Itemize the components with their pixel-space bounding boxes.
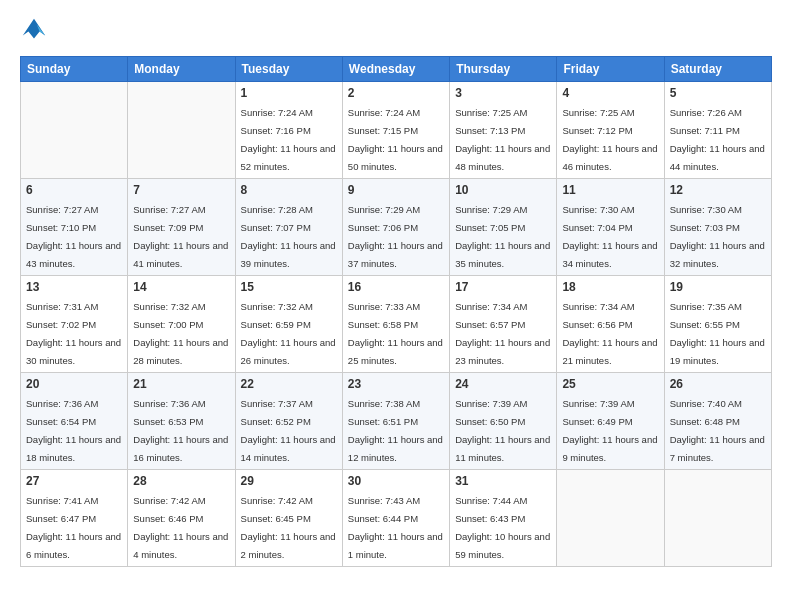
day-info: Sunrise: 7:42 AM Sunset: 6:45 PM Dayligh… bbox=[241, 495, 336, 560]
weekday-header: Sunday bbox=[21, 57, 128, 82]
day-info: Sunrise: 7:36 AM Sunset: 6:54 PM Dayligh… bbox=[26, 398, 121, 463]
calendar: SundayMondayTuesdayWednesdayThursdayFrid… bbox=[20, 56, 772, 567]
calendar-cell: 1Sunrise: 7:24 AM Sunset: 7:16 PM Daylig… bbox=[235, 82, 342, 179]
day-number: 2 bbox=[348, 86, 444, 100]
day-info: Sunrise: 7:38 AM Sunset: 6:51 PM Dayligh… bbox=[348, 398, 443, 463]
day-info: Sunrise: 7:43 AM Sunset: 6:44 PM Dayligh… bbox=[348, 495, 443, 560]
calendar-week-row: 20Sunrise: 7:36 AM Sunset: 6:54 PM Dayli… bbox=[21, 373, 772, 470]
calendar-cell: 26Sunrise: 7:40 AM Sunset: 6:48 PM Dayli… bbox=[664, 373, 771, 470]
day-info: Sunrise: 7:27 AM Sunset: 7:09 PM Dayligh… bbox=[133, 204, 228, 269]
day-number: 23 bbox=[348, 377, 444, 391]
calendar-cell bbox=[21, 82, 128, 179]
calendar-week-row: 13Sunrise: 7:31 AM Sunset: 7:02 PM Dayli… bbox=[21, 276, 772, 373]
day-number: 25 bbox=[562, 377, 658, 391]
calendar-cell: 28Sunrise: 7:42 AM Sunset: 6:46 PM Dayli… bbox=[128, 470, 235, 567]
day-number: 11 bbox=[562, 183, 658, 197]
day-number: 7 bbox=[133, 183, 229, 197]
calendar-week-row: 6Sunrise: 7:27 AM Sunset: 7:10 PM Daylig… bbox=[21, 179, 772, 276]
day-number: 3 bbox=[455, 86, 551, 100]
day-number: 6 bbox=[26, 183, 122, 197]
day-number: 27 bbox=[26, 474, 122, 488]
day-info: Sunrise: 7:40 AM Sunset: 6:48 PM Dayligh… bbox=[670, 398, 765, 463]
calendar-cell: 22Sunrise: 7:37 AM Sunset: 6:52 PM Dayli… bbox=[235, 373, 342, 470]
calendar-cell: 6Sunrise: 7:27 AM Sunset: 7:10 PM Daylig… bbox=[21, 179, 128, 276]
calendar-week-row: 27Sunrise: 7:41 AM Sunset: 6:47 PM Dayli… bbox=[21, 470, 772, 567]
day-info: Sunrise: 7:24 AM Sunset: 7:16 PM Dayligh… bbox=[241, 107, 336, 172]
calendar-cell: 27Sunrise: 7:41 AM Sunset: 6:47 PM Dayli… bbox=[21, 470, 128, 567]
day-info: Sunrise: 7:34 AM Sunset: 6:57 PM Dayligh… bbox=[455, 301, 550, 366]
day-info: Sunrise: 7:28 AM Sunset: 7:07 PM Dayligh… bbox=[241, 204, 336, 269]
day-info: Sunrise: 7:24 AM Sunset: 7:15 PM Dayligh… bbox=[348, 107, 443, 172]
calendar-cell: 24Sunrise: 7:39 AM Sunset: 6:50 PM Dayli… bbox=[450, 373, 557, 470]
day-info: Sunrise: 7:33 AM Sunset: 6:58 PM Dayligh… bbox=[348, 301, 443, 366]
weekday-header: Wednesday bbox=[342, 57, 449, 82]
weekday-header: Tuesday bbox=[235, 57, 342, 82]
calendar-cell bbox=[128, 82, 235, 179]
calendar-cell: 19Sunrise: 7:35 AM Sunset: 6:55 PM Dayli… bbox=[664, 276, 771, 373]
calendar-cell: 8Sunrise: 7:28 AM Sunset: 7:07 PM Daylig… bbox=[235, 179, 342, 276]
day-number: 12 bbox=[670, 183, 766, 197]
calendar-cell: 2Sunrise: 7:24 AM Sunset: 7:15 PM Daylig… bbox=[342, 82, 449, 179]
day-info: Sunrise: 7:29 AM Sunset: 7:05 PM Dayligh… bbox=[455, 204, 550, 269]
header bbox=[20, 16, 772, 44]
day-number: 10 bbox=[455, 183, 551, 197]
calendar-cell: 15Sunrise: 7:32 AM Sunset: 6:59 PM Dayli… bbox=[235, 276, 342, 373]
day-info: Sunrise: 7:36 AM Sunset: 6:53 PM Dayligh… bbox=[133, 398, 228, 463]
logo bbox=[20, 16, 52, 44]
day-info: Sunrise: 7:25 AM Sunset: 7:12 PM Dayligh… bbox=[562, 107, 657, 172]
day-info: Sunrise: 7:39 AM Sunset: 6:50 PM Dayligh… bbox=[455, 398, 550, 463]
weekday-header: Friday bbox=[557, 57, 664, 82]
day-info: Sunrise: 7:31 AM Sunset: 7:02 PM Dayligh… bbox=[26, 301, 121, 366]
day-info: Sunrise: 7:29 AM Sunset: 7:06 PM Dayligh… bbox=[348, 204, 443, 269]
calendar-cell bbox=[664, 470, 771, 567]
calendar-cell bbox=[557, 470, 664, 567]
day-number: 28 bbox=[133, 474, 229, 488]
weekday-header: Thursday bbox=[450, 57, 557, 82]
calendar-cell: 20Sunrise: 7:36 AM Sunset: 6:54 PM Dayli… bbox=[21, 373, 128, 470]
day-number: 15 bbox=[241, 280, 337, 294]
calendar-cell: 17Sunrise: 7:34 AM Sunset: 6:57 PM Dayli… bbox=[450, 276, 557, 373]
day-number: 21 bbox=[133, 377, 229, 391]
weekday-row: SundayMondayTuesdayWednesdayThursdayFrid… bbox=[21, 57, 772, 82]
day-number: 26 bbox=[670, 377, 766, 391]
calendar-cell: 4Sunrise: 7:25 AM Sunset: 7:12 PM Daylig… bbox=[557, 82, 664, 179]
day-number: 9 bbox=[348, 183, 444, 197]
day-number: 5 bbox=[670, 86, 766, 100]
calendar-week-row: 1Sunrise: 7:24 AM Sunset: 7:16 PM Daylig… bbox=[21, 82, 772, 179]
calendar-cell: 29Sunrise: 7:42 AM Sunset: 6:45 PM Dayli… bbox=[235, 470, 342, 567]
calendar-cell: 5Sunrise: 7:26 AM Sunset: 7:11 PM Daylig… bbox=[664, 82, 771, 179]
day-info: Sunrise: 7:44 AM Sunset: 6:43 PM Dayligh… bbox=[455, 495, 550, 560]
day-number: 8 bbox=[241, 183, 337, 197]
day-info: Sunrise: 7:37 AM Sunset: 6:52 PM Dayligh… bbox=[241, 398, 336, 463]
day-number: 31 bbox=[455, 474, 551, 488]
page: SundayMondayTuesdayWednesdayThursdayFrid… bbox=[0, 0, 792, 612]
calendar-cell: 9Sunrise: 7:29 AM Sunset: 7:06 PM Daylig… bbox=[342, 179, 449, 276]
calendar-body: 1Sunrise: 7:24 AM Sunset: 7:16 PM Daylig… bbox=[21, 82, 772, 567]
day-info: Sunrise: 7:30 AM Sunset: 7:03 PM Dayligh… bbox=[670, 204, 765, 269]
calendar-cell: 13Sunrise: 7:31 AM Sunset: 7:02 PM Dayli… bbox=[21, 276, 128, 373]
day-number: 24 bbox=[455, 377, 551, 391]
day-info: Sunrise: 7:39 AM Sunset: 6:49 PM Dayligh… bbox=[562, 398, 657, 463]
calendar-cell: 11Sunrise: 7:30 AM Sunset: 7:04 PM Dayli… bbox=[557, 179, 664, 276]
calendar-cell: 18Sunrise: 7:34 AM Sunset: 6:56 PM Dayli… bbox=[557, 276, 664, 373]
day-number: 16 bbox=[348, 280, 444, 294]
day-number: 14 bbox=[133, 280, 229, 294]
calendar-cell: 16Sunrise: 7:33 AM Sunset: 6:58 PM Dayli… bbox=[342, 276, 449, 373]
day-info: Sunrise: 7:25 AM Sunset: 7:13 PM Dayligh… bbox=[455, 107, 550, 172]
day-info: Sunrise: 7:34 AM Sunset: 6:56 PM Dayligh… bbox=[562, 301, 657, 366]
day-info: Sunrise: 7:41 AM Sunset: 6:47 PM Dayligh… bbox=[26, 495, 121, 560]
day-info: Sunrise: 7:30 AM Sunset: 7:04 PM Dayligh… bbox=[562, 204, 657, 269]
day-info: Sunrise: 7:27 AM Sunset: 7:10 PM Dayligh… bbox=[26, 204, 121, 269]
day-number: 13 bbox=[26, 280, 122, 294]
calendar-cell: 30Sunrise: 7:43 AM Sunset: 6:44 PM Dayli… bbox=[342, 470, 449, 567]
day-info: Sunrise: 7:35 AM Sunset: 6:55 PM Dayligh… bbox=[670, 301, 765, 366]
day-number: 29 bbox=[241, 474, 337, 488]
calendar-cell: 10Sunrise: 7:29 AM Sunset: 7:05 PM Dayli… bbox=[450, 179, 557, 276]
day-number: 19 bbox=[670, 280, 766, 294]
calendar-cell: 14Sunrise: 7:32 AM Sunset: 7:00 PM Dayli… bbox=[128, 276, 235, 373]
calendar-cell: 23Sunrise: 7:38 AM Sunset: 6:51 PM Dayli… bbox=[342, 373, 449, 470]
day-info: Sunrise: 7:42 AM Sunset: 6:46 PM Dayligh… bbox=[133, 495, 228, 560]
calendar-cell: 3Sunrise: 7:25 AM Sunset: 7:13 PM Daylig… bbox=[450, 82, 557, 179]
calendar-header: SundayMondayTuesdayWednesdayThursdayFrid… bbox=[21, 57, 772, 82]
day-number: 18 bbox=[562, 280, 658, 294]
